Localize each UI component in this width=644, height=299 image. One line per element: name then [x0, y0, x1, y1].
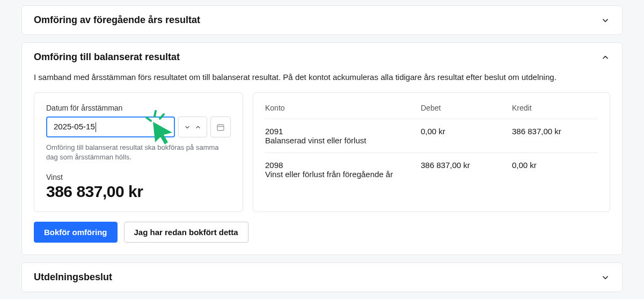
chevron-up-icon — [601, 53, 610, 62]
chevron-up-icon — [194, 123, 202, 131]
chevron-down-icon — [601, 16, 610, 25]
col-konto: Konto — [265, 104, 415, 112]
profit-amount: 386 837,00 kr — [46, 183, 231, 201]
date-input-value: 2025-05-15 — [54, 122, 95, 131]
chevron-down-icon — [184, 123, 191, 131]
calendar-icon — [216, 123, 225, 132]
debet-value: 0,00 kr — [421, 127, 507, 136]
kredit-value: 386 837,00 kr — [512, 127, 598, 136]
panel-previous-year-result: Omföring av föregående års resultat — [21, 5, 623, 35]
panel-title: Utdelningsbeslut — [34, 272, 112, 283]
date-profit-card: Datum för årsstämman 2025-05-15 — [34, 92, 243, 212]
date-input[interactable]: 2025-05-15 — [46, 116, 175, 137]
account-name: Balanserad vinst eller förlust — [265, 136, 415, 145]
panel-title: Omföring till balanserat resultat — [34, 52, 180, 63]
book-transfer-button[interactable]: Bokför omföring — [34, 222, 118, 243]
svg-rect-0 — [217, 125, 224, 130]
panel-title: Omföring av föregående års resultat — [34, 14, 200, 26]
table-header: Konto Debet Kredit — [265, 104, 598, 119]
account-name: Vinst eller förlust från föregående år — [265, 170, 415, 179]
debet-value: 386 837,00 kr — [421, 161, 507, 170]
account-code: 2098 — [265, 161, 415, 170]
col-kredit: Kredit — [512, 104, 598, 112]
panel-header[interactable]: Omföring till balanserat resultat — [22, 43, 622, 71]
panel-body: I samband med årsstämman förs resultatet… — [22, 71, 622, 254]
kredit-value: 0,00 kr — [512, 161, 598, 170]
panel-balanced-result: Omföring till balanserat resultat I samb… — [21, 42, 623, 255]
profit-label: Vinst — [46, 173, 231, 181]
panel-description: I samband med årsstämman förs resultatet… — [34, 71, 610, 83]
journal-table-card: Konto Debet Kredit 2091 Balanserad vinst… — [253, 92, 610, 212]
calendar-button[interactable] — [210, 116, 231, 137]
date-helper-text: Omföring till balanserat resultat ska bo… — [46, 143, 231, 162]
text-caret — [96, 122, 96, 132]
already-booked-button[interactable]: Jag har redan bokfört detta — [124, 222, 248, 243]
account-code: 2091 — [265, 127, 415, 136]
panel-dividend-decision: Utdelningsbeslut — [21, 262, 623, 292]
table-row: 2091 Balanserad vinst eller förlust 0,00… — [265, 119, 598, 152]
panel-header[interactable]: Omföring av föregående års resultat — [22, 6, 622, 34]
date-stepper[interactable] — [178, 116, 207, 137]
table-row: 2098 Vinst eller förlust från föregående… — [265, 152, 598, 186]
col-debet: Debet — [421, 104, 507, 112]
date-field-label: Datum för årsstämman — [46, 104, 231, 112]
chevron-down-icon — [601, 273, 610, 282]
panel-header[interactable]: Utdelningsbeslut — [22, 263, 622, 291]
